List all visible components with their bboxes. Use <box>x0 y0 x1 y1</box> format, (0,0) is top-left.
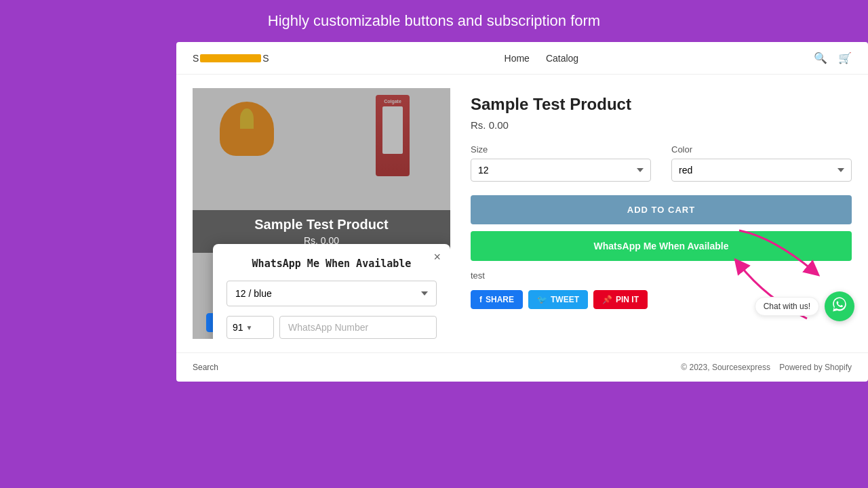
phone-number-input[interactable] <box>279 316 437 339</box>
whatsapp-modal: × WhatsApp Me When Available 12 / blue 9… <box>213 244 450 339</box>
chat-button-container: Chat with us! <box>755 291 854 321</box>
phone-input-row: 91 ▼ 591 Bolivia 291 Eritrea <box>226 316 437 339</box>
footer-search-link[interactable]: Search <box>193 363 218 372</box>
tw-icon-right: 🐦 <box>537 295 547 304</box>
logo-prefix: S <box>193 53 199 64</box>
options-row: Size 12 Color red <box>471 144 852 182</box>
store-nav: S S Home Catalog 🔍 🛒 <box>176 42 868 75</box>
chat-label: Chat with us! <box>755 297 819 316</box>
nav-home[interactable]: Home <box>505 53 530 64</box>
pin-icon-right: 📌 <box>602 295 612 304</box>
overlay-product-name: Sample Test Product <box>206 217 437 232</box>
store-footer: Search © 2023, Sourcesexpress Powered by… <box>176 352 868 382</box>
size-label: Size <box>471 144 651 155</box>
phone-prefix-selector[interactable]: 91 ▼ <box>226 316 274 339</box>
product-name: Sample Test Product <box>471 95 852 114</box>
share-pinterest-button[interactable]: 📌 PIN IT <box>593 290 648 309</box>
modal-close-button[interactable]: × <box>433 251 441 263</box>
product-image-side: Sample Test Product Rs. 0.00 × WhatsApp … <box>193 88 450 339</box>
logo-bar <box>200 54 261 62</box>
logo-suffix: S <box>262 53 269 64</box>
whatsapp-available-button[interactable]: WhatsApp Me When Available <box>471 231 852 261</box>
cart-icon[interactable]: 🛒 <box>838 52 852 64</box>
share-facebook-button[interactable]: f SHARE <box>471 290 523 309</box>
nav-links: Home Catalog <box>505 53 579 64</box>
fb-icon-right: f <box>479 295 482 304</box>
main-content: Sample Test Product Rs. 0.00 × WhatsApp … <box>176 75 868 352</box>
nav-catalog[interactable]: Catalog <box>546 53 578 64</box>
footer-powered: Powered by Shopify <box>779 363 852 372</box>
color-option-group: Color red <box>671 144 852 182</box>
browser-window: S S Home Catalog 🔍 🛒 Sample Test Product… <box>176 42 868 382</box>
footer-left: Search <box>193 363 218 372</box>
phone-prefix-value: 91 <box>233 322 243 333</box>
chat-whatsapp-button[interactable] <box>825 291 854 321</box>
banner-title: Highly customizable buttons and subscrip… <box>268 12 600 29</box>
size-option-group: Size 12 <box>471 144 651 182</box>
modal-title: WhatsApp Me When Available <box>226 258 437 270</box>
search-icon[interactable]: 🔍 <box>814 52 827 64</box>
dropdown-arrow-icon: ▼ <box>246 324 253 331</box>
whatsapp-icon <box>831 296 848 317</box>
variant-select[interactable]: 12 / blue <box>226 281 437 306</box>
color-select[interactable]: red <box>671 159 852 182</box>
product-price: Rs. 0.00 <box>471 119 852 131</box>
footer-copyright: © 2023, Sourcesexpress <box>681 363 770 372</box>
store-logo: S S <box>193 53 269 64</box>
size-select[interactable]: 12 <box>471 159 651 182</box>
test-label: test <box>471 270 852 281</box>
color-label: Color <box>671 144 852 155</box>
add-to-cart-button[interactable]: ADD TO CART <box>471 195 852 224</box>
nav-icons: 🔍 🛒 <box>814 52 852 64</box>
top-banner: Highly customizable buttons and subscrip… <box>0 0 868 42</box>
footer-right: © 2023, Sourcesexpress Powered by Shopif… <box>681 363 852 372</box>
share-twitter-button[interactable]: 🐦 TWEET <box>528 290 588 309</box>
